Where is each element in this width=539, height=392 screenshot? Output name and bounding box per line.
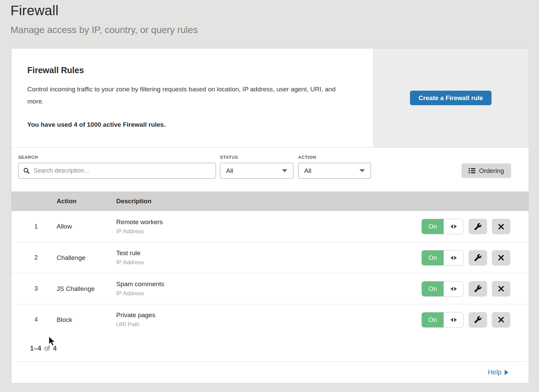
search-box[interactable] bbox=[18, 163, 216, 179]
status-selected-value: All bbox=[226, 167, 233, 175]
help-link-label: Help bbox=[488, 368, 502, 376]
action-label: ACTION bbox=[298, 155, 371, 160]
rule-enabled-toggle[interactable]: On bbox=[421, 250, 464, 266]
ordering-button[interactable]: Ordering bbox=[462, 163, 511, 178]
action-selected-value: All bbox=[304, 167, 311, 175]
hero-action-panel: Create a Firewall rule bbox=[373, 49, 529, 147]
pagination-total: 4 bbox=[53, 344, 57, 352]
close-icon bbox=[498, 285, 504, 292]
pagination: 1–4 of 4 bbox=[11, 335, 529, 361]
firewall-rules-card: Firewall Rules Control incoming traffic … bbox=[11, 48, 529, 383]
delete-rule-button[interactable] bbox=[492, 312, 510, 328]
column-action: Action bbox=[57, 198, 116, 205]
rule-controls: On bbox=[421, 219, 529, 234]
page-header: Firewall Manage access by IP, country, o… bbox=[0, 0, 539, 35]
status-select[interactable]: All bbox=[220, 163, 293, 179]
create-firewall-rule-button[interactable]: Create a Firewall rule bbox=[410, 91, 491, 105]
rule-priority: 1 bbox=[11, 223, 57, 230]
search-label: SEARCH bbox=[18, 155, 216, 160]
hero-section: Firewall Rules Control incoming traffic … bbox=[11, 49, 529, 148]
search-icon bbox=[23, 168, 30, 174]
hero-heading: Firewall Rules bbox=[27, 65, 353, 75]
rule-action: Challenge bbox=[57, 254, 116, 262]
rule-priority: 2 bbox=[11, 254, 57, 261]
filter-bar: SEARCH STATUS All ACTION All bbox=[11, 148, 529, 191]
toggle-arrows-icon bbox=[444, 219, 463, 234]
rule-enabled-toggle[interactable]: On bbox=[421, 281, 464, 297]
table-header: Action Description bbox=[11, 191, 529, 211]
toggle-on-label: On bbox=[422, 250, 444, 265]
toggle-arrows-icon bbox=[444, 312, 463, 327]
rule-controls: On bbox=[421, 250, 529, 266]
rule-action: JS Challenge bbox=[57, 285, 116, 293]
table-row: 4 Block Private pages URI Path On bbox=[11, 304, 529, 335]
toggle-on-label: On bbox=[422, 281, 444, 296]
rule-action: Block bbox=[57, 316, 116, 324]
toggle-on-label: On bbox=[422, 312, 444, 327]
triangle-right-icon bbox=[505, 370, 508, 375]
table-row: 1 Allow Remote workers IP Address On bbox=[11, 211, 529, 242]
rule-match-type: IP Address bbox=[116, 228, 421, 235]
search-filter-group: SEARCH bbox=[18, 155, 216, 179]
rule-enabled-toggle[interactable]: On bbox=[421, 219, 464, 234]
rule-priority: 4 bbox=[11, 316, 57, 323]
action-filter-group: ACTION All bbox=[298, 155, 371, 179]
card-footer: Help bbox=[11, 361, 529, 383]
hero-info: Firewall Rules Control incoming traffic … bbox=[11, 49, 373, 147]
toggle-arrows-icon bbox=[444, 281, 463, 296]
rule-match-type: URI Path bbox=[116, 321, 421, 328]
toggle-on-label: On bbox=[422, 219, 444, 234]
table-row: 2 Challenge Test rule IP Address On bbox=[11, 242, 529, 273]
wrench-icon bbox=[474, 254, 482, 262]
rule-priority: 3 bbox=[11, 285, 57, 292]
rule-controls: On bbox=[421, 312, 529, 328]
edit-rule-button[interactable] bbox=[469, 281, 487, 297]
status-filter-group: STATUS All bbox=[220, 155, 293, 179]
ordering-list-icon bbox=[469, 168, 475, 173]
column-description: Description bbox=[116, 198, 421, 205]
chevron-down-icon bbox=[359, 169, 365, 172]
usage-summary: You have used 4 of 1000 active Firewall … bbox=[27, 121, 353, 128]
rule-action: Allow bbox=[57, 223, 116, 230]
rule-description: Spam comments bbox=[116, 280, 421, 288]
edit-rule-button[interactable] bbox=[469, 312, 487, 328]
ordering-button-label: Ordering bbox=[479, 167, 504, 175]
pagination-range: 1–4 bbox=[30, 344, 41, 352]
action-select[interactable]: All bbox=[298, 163, 371, 179]
rule-enabled-toggle[interactable]: On bbox=[421, 312, 464, 328]
rule-description-cell: Spam comments IP Address bbox=[116, 280, 421, 297]
pagination-of: of bbox=[44, 344, 50, 352]
page-subtitle: Manage access by IP, country, or query r… bbox=[10, 25, 539, 35]
delete-rule-button[interactable] bbox=[492, 281, 510, 297]
wrench-icon bbox=[474, 223, 482, 231]
rule-description: Remote workers bbox=[116, 218, 421, 226]
page-title: Firewall bbox=[10, 2, 539, 19]
rule-match-type: IP Address bbox=[116, 290, 421, 297]
rule-description-cell: Test rule IP Address bbox=[116, 249, 421, 266]
help-link[interactable]: Help bbox=[488, 368, 508, 376]
chevron-down-icon bbox=[282, 169, 287, 172]
status-label: STATUS bbox=[220, 155, 293, 160]
close-icon bbox=[498, 316, 504, 323]
rule-description-cell: Remote workers IP Address bbox=[116, 218, 421, 235]
wrench-icon bbox=[474, 285, 482, 293]
close-icon bbox=[498, 223, 504, 230]
rule-description: Test rule bbox=[116, 249, 421, 257]
rule-match-type: IP Address bbox=[116, 259, 421, 266]
table-row: 3 JS Challenge Spam comments IP Address … bbox=[11, 273, 529, 304]
wrench-icon bbox=[474, 316, 482, 324]
delete-rule-button[interactable] bbox=[492, 250, 510, 266]
close-icon bbox=[498, 254, 504, 261]
hero-description: Control incoming traffic to your zone by… bbox=[27, 83, 351, 108]
toggle-arrows-icon bbox=[444, 250, 463, 265]
edit-rule-button[interactable] bbox=[469, 219, 487, 234]
delete-rule-button[interactable] bbox=[492, 219, 510, 234]
rule-description-cell: Private pages URI Path bbox=[116, 311, 421, 328]
rule-controls: On bbox=[421, 281, 529, 297]
rule-description: Private pages bbox=[116, 311, 421, 319]
search-input[interactable] bbox=[33, 167, 211, 175]
edit-rule-button[interactable] bbox=[469, 250, 487, 266]
